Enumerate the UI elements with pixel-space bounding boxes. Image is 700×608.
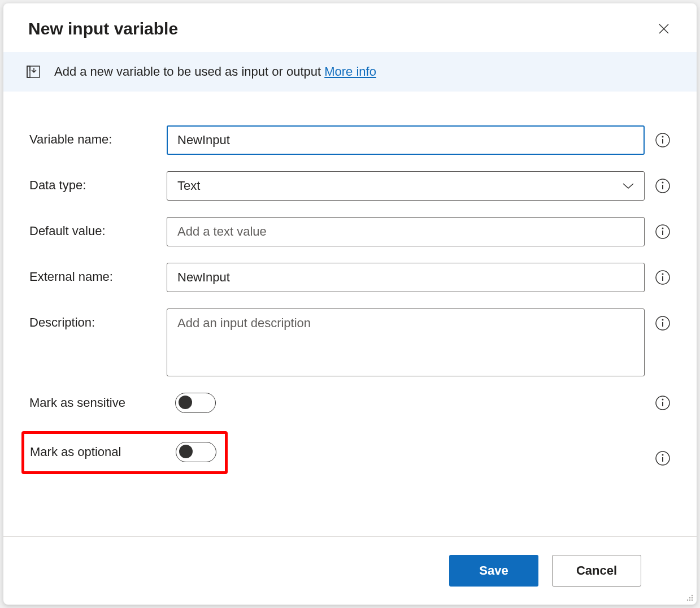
close-icon: [658, 23, 669, 34]
svg-point-16: [662, 319, 664, 321]
data-type-row: Data type: Text: [29, 171, 671, 201]
resize-grip-icon[interactable]: [684, 592, 694, 602]
dialog-header: New input variable: [3, 3, 697, 52]
info-icon[interactable]: [655, 270, 671, 285]
svg-point-10: [662, 228, 664, 229]
mark-sensitive-toggle[interactable]: [175, 393, 216, 413]
default-value-row: Default value:: [29, 217, 671, 246]
svg-point-25: [692, 597, 693, 598]
highlight-box: Mark as optional: [21, 431, 228, 474]
svg-point-22: [662, 454, 664, 456]
dialog-footer: Save Cancel: [3, 536, 697, 605]
info-icon[interactable]: [655, 132, 671, 148]
svg-point-28: [689, 600, 690, 601]
close-button[interactable]: [656, 21, 672, 37]
external-name-input[interactable]: [167, 263, 645, 292]
variable-name-input[interactable]: [167, 125, 645, 155]
toggle-knob: [179, 445, 193, 458]
description-textarea[interactable]: [167, 309, 645, 376]
variable-name-label: Variable name:: [29, 125, 167, 147]
svg-point-24: [692, 595, 693, 596]
description-row: Description:: [29, 309, 671, 376]
new-input-variable-dialog: New input variable Add a new variable to…: [3, 3, 697, 605]
data-type-select[interactable]: Text: [167, 171, 645, 201]
variable-name-row: Variable name:: [29, 125, 671, 155]
svg-point-27: [689, 597, 690, 598]
info-icon[interactable]: [655, 178, 671, 194]
info-icon[interactable]: [655, 315, 671, 331]
svg-point-26: [692, 600, 693, 601]
default-value-input[interactable]: [167, 217, 645, 246]
external-name-label: External name:: [29, 263, 167, 284]
mark-optional-toggle[interactable]: [176, 442, 216, 462]
cancel-button[interactable]: Cancel: [552, 555, 641, 587]
more-info-link[interactable]: More info: [324, 64, 376, 79]
svg-point-7: [662, 182, 664, 184]
external-name-row: External name:: [29, 263, 671, 292]
input-variable-icon: [26, 64, 41, 79]
info-icon[interactable]: [655, 224, 671, 240]
mark-optional-container: Mark as optional: [29, 431, 671, 485]
svg-point-19: [662, 399, 664, 401]
svg-point-4: [662, 136, 664, 138]
mark-sensitive-label: Mark as sensitive: [29, 396, 175, 410]
svg-point-29: [687, 600, 688, 601]
description-label: Description:: [29, 309, 167, 330]
default-value-label: Default value:: [29, 217, 167, 238]
dialog-title: New input variable: [28, 19, 178, 38]
mark-optional-row: Mark as optional: [30, 442, 219, 462]
data-type-label: Data type:: [29, 171, 167, 193]
info-banner: Add a new variable to be used as input o…: [3, 52, 697, 92]
info-icon[interactable]: [655, 450, 671, 466]
save-button[interactable]: Save: [449, 555, 538, 587]
mark-sensitive-row: Mark as sensitive: [29, 393, 671, 413]
svg-rect-2: [27, 66, 30, 77]
form-area: Variable name: Data type: Text: [3, 92, 697, 536]
banner-text: Add a new variable to be used as input o…: [54, 64, 376, 79]
mark-optional-label: Mark as optional: [30, 445, 176, 459]
svg-point-13: [662, 273, 664, 275]
toggle-knob: [179, 396, 192, 409]
info-icon[interactable]: [655, 395, 671, 411]
